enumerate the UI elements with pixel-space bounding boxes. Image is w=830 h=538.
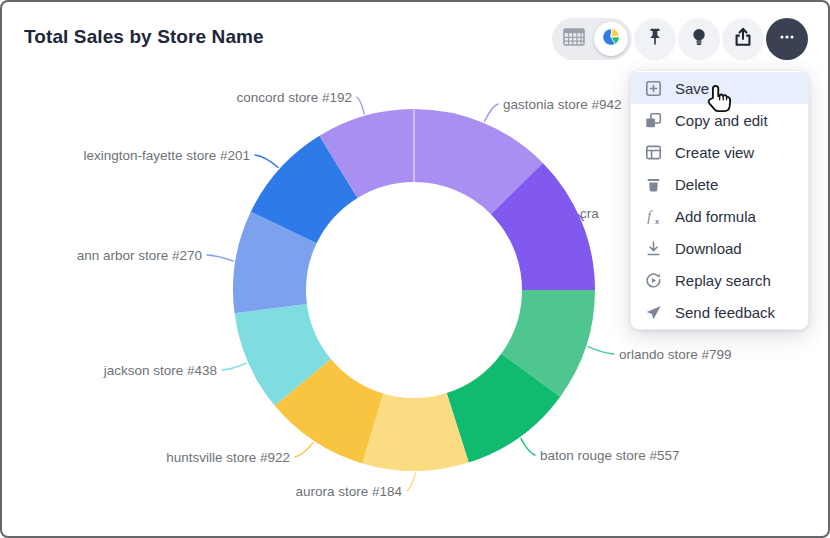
menu-item-label: Send feedback xyxy=(675,304,775,321)
menu-item-label: Replay search xyxy=(675,272,771,289)
slice-label: gastonia store #942 xyxy=(503,97,622,112)
slice-label: aurora store #184 xyxy=(295,484,402,499)
label-leader-line xyxy=(207,255,233,261)
share-button[interactable] xyxy=(722,18,764,60)
menu-item-create-view[interactable]: Create view xyxy=(631,136,808,168)
label-leader-line xyxy=(521,439,535,455)
save-plus-icon xyxy=(645,80,662,97)
menu-item-copy-and-edit[interactable]: Copy and edit xyxy=(631,104,808,136)
menu-item-save[interactable]: Save xyxy=(631,72,808,104)
more-ellipsis-icon xyxy=(776,26,798,52)
label-leader-line xyxy=(222,363,246,370)
label-leader-line xyxy=(485,104,498,121)
table-view-button[interactable] xyxy=(556,22,592,56)
menu-item-label: Create view xyxy=(675,144,754,161)
view-toggle xyxy=(552,18,632,60)
more-button[interactable] xyxy=(766,18,808,60)
copy-icon xyxy=(645,112,662,129)
menu-item-label: Copy and edit xyxy=(675,112,768,129)
create-view-icon xyxy=(645,144,662,161)
slice-label: ann arbor store #270 xyxy=(77,248,202,263)
label-leader-line xyxy=(357,97,364,114)
trash-icon xyxy=(645,176,662,193)
menu-item-label: Save xyxy=(675,80,709,97)
replay-icon xyxy=(645,272,662,289)
table-view-icon xyxy=(563,28,585,50)
slice-label: huntsville store #922 xyxy=(166,450,290,465)
menu-item-label: Download xyxy=(675,240,742,257)
send-plane-icon xyxy=(645,304,662,321)
label-leader-line xyxy=(407,473,416,491)
menu-item-label: Delete xyxy=(675,176,718,193)
svg-text:x: x xyxy=(655,216,660,224)
pie-chart-view-icon xyxy=(600,26,622,52)
slice-label: jackson store #438 xyxy=(103,363,217,378)
formula-fx-icon: f x xyxy=(645,208,662,225)
menu-item-send-feedback[interactable]: Send feedback xyxy=(631,296,808,328)
menu-item-label: Add formula xyxy=(675,208,756,225)
label-leader-line xyxy=(255,155,278,167)
label-leader-line xyxy=(295,443,313,457)
download-icon xyxy=(645,240,662,257)
pin-icon xyxy=(644,26,666,52)
slice-label: concord store #192 xyxy=(236,90,352,105)
pin-button[interactable] xyxy=(634,18,676,60)
insights-button[interactable] xyxy=(678,18,720,60)
lightbulb-icon xyxy=(688,26,710,52)
label-leader-line xyxy=(588,347,614,354)
slice-label: baton rouge store #557 xyxy=(540,448,680,463)
pie-view-button[interactable] xyxy=(594,22,628,56)
toolbar xyxy=(552,18,808,60)
slice-label: orlando store #799 xyxy=(619,347,732,362)
menu-item-download[interactable]: Download xyxy=(631,232,808,264)
slice-label: cra xyxy=(580,206,599,221)
menu-item-delete[interactable]: Delete xyxy=(631,168,808,200)
share-upload-icon xyxy=(732,26,754,52)
menu-item-replay-search[interactable]: Replay search xyxy=(631,264,808,296)
menu-item-add-formula[interactable]: f x Add formula xyxy=(631,200,808,232)
widget-frame: Total Sales by Store Name gastonia store… xyxy=(0,0,830,538)
slice-label: lexington-fayette store #201 xyxy=(83,148,250,163)
svg-text:f: f xyxy=(647,208,653,223)
more-menu: Save Copy and edit Create view xyxy=(630,70,809,330)
